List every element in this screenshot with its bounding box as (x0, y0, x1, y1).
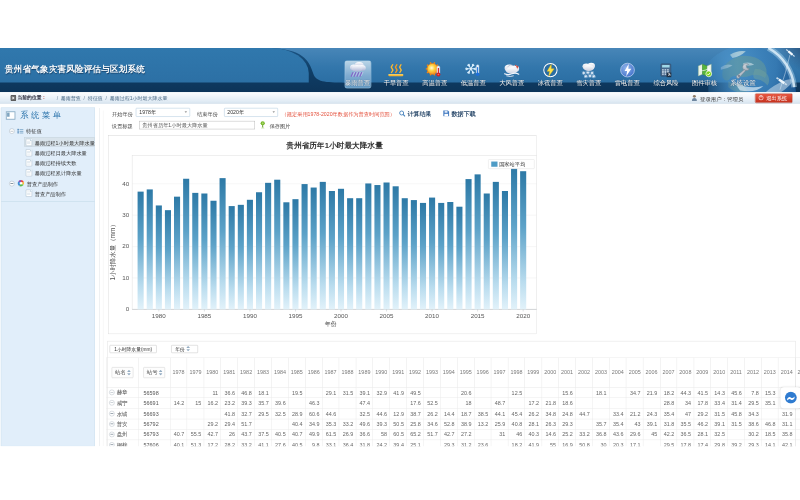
svg-text:2020: 2020 (516, 312, 530, 319)
svg-text:1980: 1980 (152, 312, 166, 319)
svg-text:40: 40 (122, 180, 129, 187)
svg-text:贵州省历年1小时最大降水量: 贵州省历年1小时最大降水量 (285, 142, 383, 151)
svg-text:1995: 1995 (288, 312, 302, 319)
svg-text:2010: 2010 (425, 312, 439, 319)
svg-text:国家站平均: 国家站平均 (499, 161, 525, 168)
svg-text:2005: 2005 (379, 312, 393, 319)
svg-text:2015: 2015 (471, 312, 485, 319)
svg-text:10: 10 (122, 274, 129, 281)
svg-text:0: 0 (126, 305, 130, 312)
svg-text:20: 20 (122, 243, 129, 250)
svg-text:年份: 年份 (325, 320, 337, 328)
svg-text:1985: 1985 (197, 312, 211, 319)
svg-text:30: 30 (122, 211, 129, 218)
svg-text:2000: 2000 (334, 312, 348, 319)
svg-text:1990: 1990 (243, 312, 257, 319)
svg-text:1小时降水量（mm）: 1小时降水量（mm） (109, 221, 117, 280)
